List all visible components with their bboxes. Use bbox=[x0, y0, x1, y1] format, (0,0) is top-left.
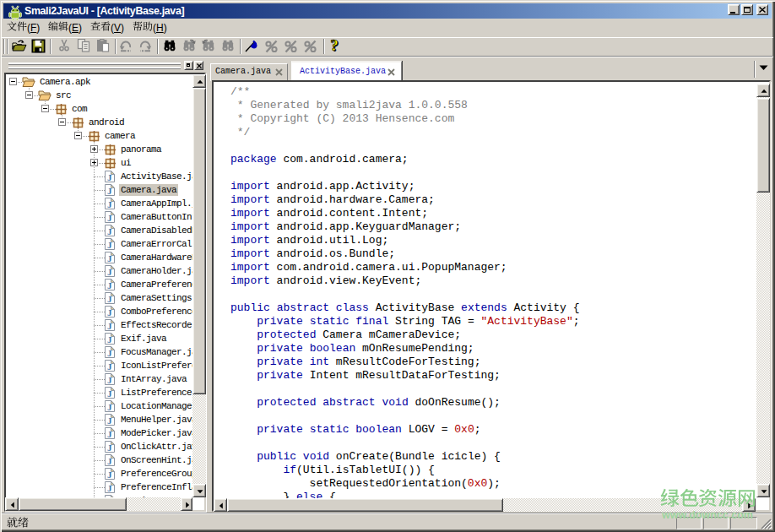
svg-text:J: J bbox=[107, 199, 112, 209]
svg-text:J: J bbox=[107, 429, 112, 439]
svg-text:J: J bbox=[107, 294, 112, 304]
svg-text:J: J bbox=[107, 307, 112, 318]
svg-text:J: J bbox=[107, 240, 112, 250]
svg-text:J: J bbox=[107, 388, 112, 399]
svg-text:J: J bbox=[107, 267, 112, 277]
svg-text:J: J bbox=[107, 402, 112, 412]
svg-text:J: J bbox=[107, 483, 112, 493]
svg-text:J: J bbox=[107, 442, 112, 453]
svg-text:J: J bbox=[107, 334, 112, 345]
svg-text:J: J bbox=[107, 361, 112, 372]
svg-text:J: J bbox=[107, 186, 112, 196]
svg-text:J: J bbox=[107, 375, 112, 385]
svg-text:J: J bbox=[107, 456, 112, 466]
svg-text:?: ? bbox=[330, 39, 339, 54]
svg-text:J: J bbox=[107, 470, 112, 480]
svg-text:J: J bbox=[107, 226, 112, 236]
svg-text:J: J bbox=[107, 415, 112, 426]
svg-text:J: J bbox=[107, 321, 112, 331]
svg-text:J: J bbox=[107, 280, 112, 290]
svg-text:J: J bbox=[107, 172, 112, 182]
svg-text:J: J bbox=[107, 213, 112, 223]
svg-text:J: J bbox=[107, 253, 112, 263]
svg-text:J: J bbox=[107, 348, 112, 358]
